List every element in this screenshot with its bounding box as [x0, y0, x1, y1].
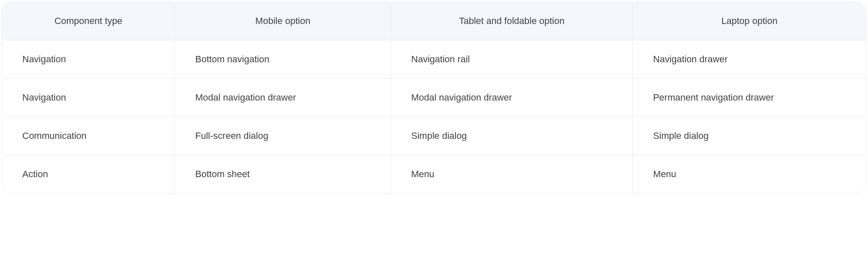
table-row: Action Bottom sheet Menu Menu	[2, 155, 866, 194]
cell-component-type: Navigation	[2, 40, 175, 79]
header-mobile-option: Mobile option	[175, 2, 391, 40]
cell-component-type: Action	[2, 155, 175, 194]
cell-component-type: Navigation	[2, 79, 175, 117]
cell-mobile-option: Modal navigation drawer	[175, 79, 391, 117]
header-component-type: Component type	[2, 2, 175, 40]
component-options-table: Component type Mobile option Tablet and …	[2, 2, 866, 193]
table-row: Communication Full-screen dialog Simple …	[2, 117, 866, 155]
cell-tablet-option: Modal navigation drawer	[391, 79, 632, 117]
cell-laptop-option: Menu	[632, 155, 866, 194]
cell-laptop-option: Navigation drawer	[632, 40, 866, 79]
header-laptop-option: Laptop option	[632, 2, 866, 40]
cell-mobile-option: Bottom sheet	[175, 155, 391, 194]
cell-laptop-option: Permanent navigation drawer	[632, 79, 866, 117]
cell-mobile-option: Bottom navigation	[175, 40, 391, 79]
cell-component-type: Communication	[2, 117, 175, 155]
cell-tablet-option: Navigation rail	[391, 40, 632, 79]
table-row: Navigation Modal navigation drawer Modal…	[2, 79, 866, 117]
cell-laptop-option: Simple dialog	[632, 117, 866, 155]
cell-mobile-option: Full-screen dialog	[175, 117, 391, 155]
header-tablet-foldable-option: Tablet and foldable option	[391, 2, 632, 40]
table-row: Navigation Bottom navigation Navigation …	[2, 40, 866, 79]
cell-tablet-option: Menu	[391, 155, 632, 194]
component-options-table-wrapper: Component type Mobile option Tablet and …	[2, 2, 866, 194]
cell-tablet-option: Simple dialog	[391, 117, 632, 155]
table-header-row: Component type Mobile option Tablet and …	[2, 2, 866, 40]
